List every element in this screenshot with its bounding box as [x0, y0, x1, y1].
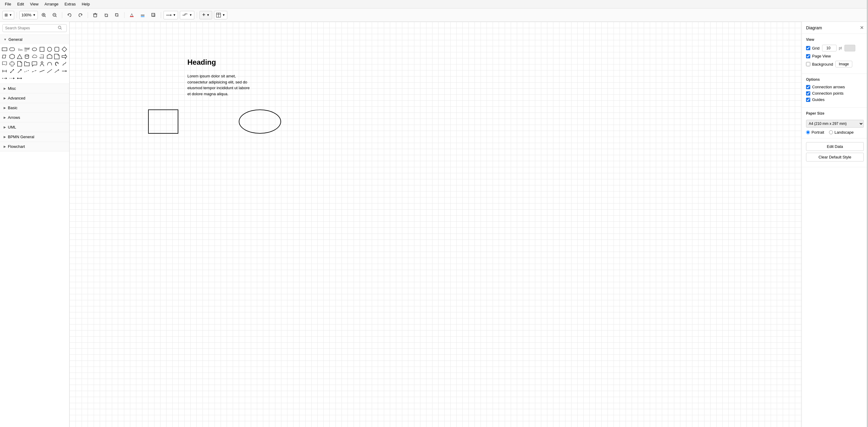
shape-arrow-diagonal[interactable]	[9, 68, 16, 75]
shape-circle[interactable]	[46, 46, 53, 53]
undo-btn[interactable]	[65, 11, 74, 19]
shape-rect[interactable]	[1, 46, 8, 53]
landscape-radio[interactable]	[829, 130, 833, 134]
shape-file[interactable]	[16, 60, 23, 67]
menu-view[interactable]: View	[28, 1, 41, 7]
shape-line-dotted2[interactable]	[31, 68, 38, 75]
canvas[interactable]: Heading Lorem ipsum dolor sit amet, cons…	[69, 22, 802, 427]
shape-text[interactable]: Text	[16, 46, 23, 53]
grid-color-picker[interactable]	[844, 45, 855, 51]
search-icon[interactable]	[58, 26, 62, 31]
shape-scroll[interactable]	[39, 53, 45, 60]
waypoints-group[interactable]: ▼	[163, 11, 178, 19]
menu-extras[interactable]: Extras	[62, 1, 78, 7]
shape-cylinder[interactable]	[24, 53, 30, 60]
connection-points-checkbox[interactable]	[806, 91, 810, 95]
shape-arrow-line3[interactable]	[9, 75, 16, 82]
shape-arrow-line4[interactable]	[16, 75, 23, 82]
shape-diamond[interactable]	[61, 46, 68, 53]
fill-color-btn[interactable]	[127, 11, 136, 19]
category-flowchart-header[interactable]: ▶ Flowchart	[0, 142, 69, 151]
to-front-btn[interactable]	[101, 11, 111, 19]
page-view-checkbox[interactable]	[806, 54, 810, 58]
background-label[interactable]: Background	[806, 62, 833, 66]
search-input[interactable]	[2, 24, 67, 32]
shape-triangle[interactable]	[16, 53, 23, 60]
clear-default-style-btn[interactable]: Clear Default Style	[806, 153, 864, 162]
edit-data-btn[interactable]: Edit Data	[806, 142, 864, 151]
connection-arrows-checkbox[interactable]	[806, 85, 810, 89]
connection-style-group[interactable]: ▼	[180, 11, 194, 19]
page-view-label[interactable]: Page View	[806, 54, 831, 58]
shape-heading[interactable]: Headtext	[24, 46, 30, 53]
zoom-in-btn[interactable]	[39, 11, 49, 19]
category-basic-header[interactable]: ▶ Basic	[0, 103, 69, 113]
redo-btn[interactable]	[75, 11, 85, 19]
table-group[interactable]: ▼	[214, 11, 227, 19]
shadow-btn[interactable]	[149, 11, 158, 19]
guides-checkbox[interactable]	[806, 98, 810, 102]
category-advanced-header[interactable]: ▶ Advanced	[0, 93, 69, 103]
zoom-out-btn[interactable]	[50, 11, 60, 19]
shape-cross[interactable]	[9, 60, 16, 67]
shape-ellipse[interactable]	[31, 46, 38, 53]
portrait-radio[interactable]	[806, 130, 810, 134]
shape-arrow-line2[interactable]	[1, 75, 8, 82]
guides-label[interactable]: Guides	[806, 97, 825, 102]
shape-s-curve[interactable]	[61, 60, 68, 67]
category-bpmn-header[interactable]: ▶ BPMN General	[0, 132, 69, 142]
shape-crescent[interactable]	[54, 60, 60, 67]
shape-line-diagonal[interactable]	[46, 68, 53, 75]
menu-help[interactable]: Help	[79, 1, 92, 7]
shape-line-solid[interactable]	[39, 68, 45, 75]
shape-arrows-bidirectional[interactable]	[1, 68, 8, 75]
menu-file[interactable]: File	[2, 1, 13, 7]
shape-speech-bubble[interactable]	[31, 60, 38, 67]
canvas-rect[interactable]	[148, 110, 178, 134]
shape-line-arrow[interactable]	[54, 68, 60, 75]
category-uml-header[interactable]: ▶ UML	[0, 122, 69, 132]
shape-arrow-line1[interactable]	[61, 68, 68, 75]
grid-checkbox[interactable]	[806, 46, 810, 50]
menu-edit[interactable]: Edit	[15, 1, 26, 7]
zoom-control[interactable]: 100% ▼	[19, 11, 38, 19]
shape-line-dotted1[interactable]	[24, 68, 30, 75]
portrait-label[interactable]: Portrait	[806, 130, 824, 135]
menu-arrange[interactable]: Arrange	[42, 1, 61, 7]
shape-note[interactable]	[54, 53, 60, 60]
connection-arrows-label[interactable]: Connection arrows	[806, 85, 845, 89]
canvas-body-text[interactable]: Lorem ipsum dolor sit amet, consectetur …	[187, 73, 254, 97]
landscape-label[interactable]: Landscape	[829, 130, 854, 135]
category-arrows-header[interactable]: ▶ Arrows	[0, 113, 69, 122]
category-misc-header[interactable]: ▶ Misc	[0, 84, 69, 93]
shape-parallelogram[interactable]	[1, 53, 8, 60]
panel-close-btn[interactable]: ✕	[860, 25, 864, 31]
insert-group[interactable]: + ▼	[199, 11, 212, 19]
canvas-container[interactable]: Heading Lorem ipsum dolor sit amet, cons…	[69, 22, 802, 427]
shape-hexagon[interactable]	[9, 53, 16, 60]
shape-wave-rect[interactable]	[1, 60, 8, 67]
delete-btn[interactable]	[90, 11, 100, 19]
image-btn[interactable]: Image	[835, 61, 852, 67]
line-color-btn[interactable]	[138, 11, 148, 19]
shape-arrow-ne[interactable]	[16, 68, 23, 75]
shape-pentagon[interactable]	[46, 53, 53, 60]
shape-rounded-rect[interactable]	[9, 46, 16, 53]
category-general-header[interactable]: ▼ General	[0, 35, 69, 44]
shape-square[interactable]	[39, 46, 45, 53]
canvas-ellipse[interactable]	[239, 110, 281, 134]
shape-rounded-square[interactable]	[54, 46, 60, 53]
shape-arc[interactable]	[46, 60, 53, 67]
canvas-heading[interactable]: Heading	[187, 58, 216, 66]
shape-person[interactable]	[39, 60, 45, 67]
grid-size-input[interactable]	[822, 45, 837, 51]
shape-cloud[interactable]	[31, 53, 38, 60]
background-checkbox[interactable]	[806, 62, 810, 66]
connection-points-label[interactable]: Connection points	[806, 91, 843, 95]
paper-size-select[interactable]: A4 (210 mm x 297 mm) Letter (8.5 in x 11…	[806, 120, 864, 127]
format-selector[interactable]: ⊞ ▼	[2, 11, 14, 19]
to-back-btn[interactable]	[112, 11, 122, 19]
shape-folder[interactable]	[24, 60, 30, 67]
shape-arrow-right[interactable]	[61, 53, 68, 60]
grid-label[interactable]: Grid	[806, 46, 819, 51]
